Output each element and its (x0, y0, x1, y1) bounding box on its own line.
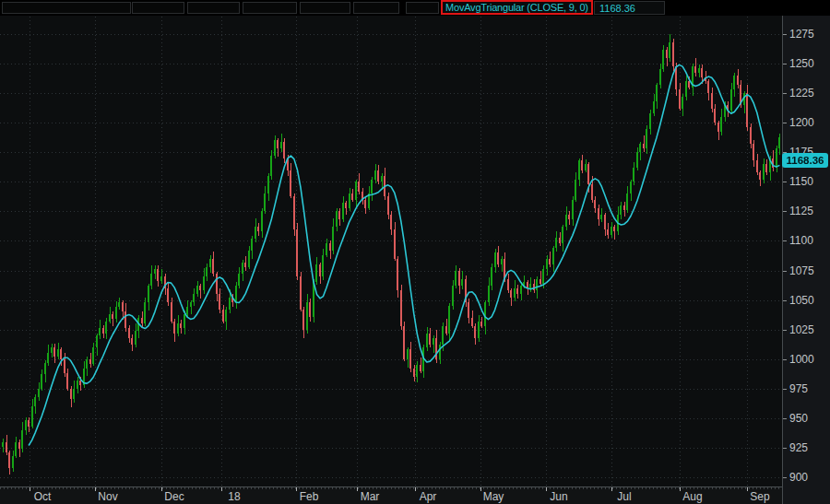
price-tick (783, 93, 787, 94)
price-tick (783, 240, 787, 241)
month-label: Feb (300, 490, 319, 503)
last-price-bubble: 1168.36 (782, 153, 828, 168)
month-tick (357, 487, 358, 491)
price-tick (783, 211, 787, 212)
price-tick-label: 1225 (789, 87, 814, 100)
minor-tick-strip (0, 487, 782, 489)
month-tick (680, 487, 681, 491)
collapsed-study-chip[interactable] (187, 2, 240, 14)
month-label: Dec (164, 490, 184, 503)
price-tick (783, 300, 787, 301)
price-axis[interactable]: 1275125012251200117511501125110010751050… (782, 0, 830, 504)
month-tick (480, 487, 481, 491)
price-tick-label: 925 (789, 441, 808, 454)
price-tick (783, 389, 787, 390)
chart-window: MovAvgTriangular (CLOSE, 9, 0) 1168.36 1… (0, 0, 830, 504)
price-tick-label: 950 (789, 412, 808, 425)
month-label: Oct (34, 490, 52, 503)
price-tick-label: 1200 (789, 116, 814, 129)
collapsed-study-chip[interactable] (243, 2, 297, 14)
time-axis[interactable]: OctNovDec18FebMarAprMayJunJulAugSep (0, 486, 782, 504)
collapsed-study-chip[interactable] (132, 2, 184, 14)
month-label: Mar (361, 490, 380, 503)
month-label: 18 (228, 490, 240, 503)
month-tick (747, 487, 748, 491)
price-tick (783, 477, 787, 478)
month-tick (161, 487, 162, 491)
collapsed-study-chip[interactable] (2, 2, 131, 14)
month-label: Aug (682, 490, 702, 503)
price-tick (783, 448, 787, 449)
price-tick (783, 182, 787, 182)
month-tick (611, 487, 612, 491)
price-tick-label: 1000 (789, 353, 814, 366)
price-tick (783, 359, 787, 360)
price-tick-label: 975 (789, 382, 808, 395)
month-label: Apr (420, 490, 437, 503)
price-tick (783, 123, 787, 123)
month-label: Nov (98, 490, 117, 503)
month-tick (415, 487, 416, 491)
collapsed-study-chip[interactable] (300, 2, 350, 14)
price-tick-label: 1100 (789, 234, 813, 247)
price-tick (783, 34, 787, 35)
month-tick (95, 487, 96, 491)
price-tick-label: 1250 (789, 57, 814, 70)
month-label: Jul (617, 490, 631, 503)
price-tick-label: 1075 (789, 264, 814, 277)
candlestick-chart-canvas[interactable] (0, 0, 782, 504)
price-tick (783, 271, 787, 272)
month-tick (30, 487, 30, 491)
price-tick-label: 1025 (789, 323, 814, 336)
price-tick (783, 330, 787, 331)
month-tick (296, 487, 297, 491)
price-tick (783, 64, 787, 64)
price-tick-label: 900 (789, 471, 808, 484)
price-tick-label: 1275 (789, 28, 814, 41)
price-tick-label: 1150 (789, 175, 813, 188)
study-value-readout: 1168.36 (594, 1, 665, 15)
month-tick (221, 487, 222, 491)
collapsed-study-chip[interactable] (353, 2, 399, 14)
chart-header-bar: MovAvgTriangular (CLOSE, 9, 0) 1168.36 (0, 0, 830, 16)
price-tick (783, 418, 787, 419)
study-label-movavgtriangular[interactable]: MovAvgTriangular (CLOSE, 9, 0) (441, 0, 593, 15)
axis-corner-box (782, 0, 830, 15)
collapsed-study-chip[interactable] (406, 2, 439, 14)
month-tick (546, 487, 547, 491)
month-label: May (483, 490, 504, 503)
month-label: Jun (550, 490, 567, 503)
month-label: Sep (750, 490, 769, 503)
price-tick-label: 1050 (789, 294, 814, 307)
price-tick-label: 1125 (789, 205, 813, 217)
